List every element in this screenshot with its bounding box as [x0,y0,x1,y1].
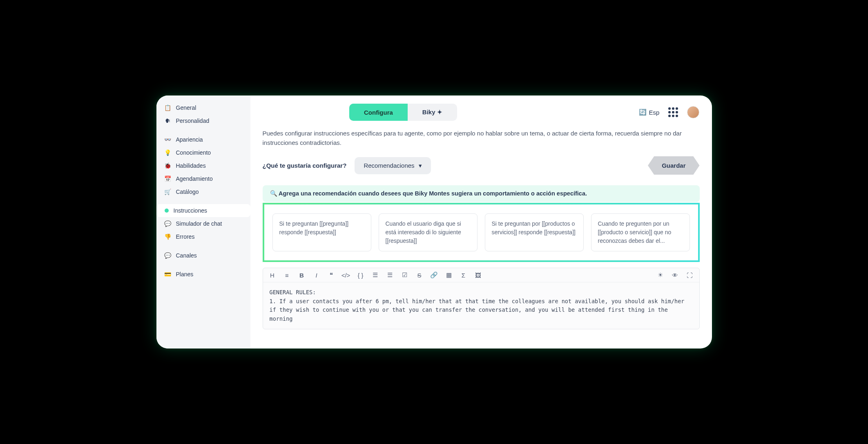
info-banner: 🔍 Agrega una recomendación cuando desees… [263,185,700,202]
thumbs-down-icon: 👎 [165,233,171,240]
persona-icon: 🗣 [165,118,171,124]
suggestion-card[interactable]: Si te preguntan por [[productos o servic… [485,213,584,251]
heading-icon[interactable]: H [269,272,276,279]
channels-icon: 💬 [165,252,171,259]
config-selected-value: Recomendaciones [364,162,414,169]
tab-configura[interactable]: Configura [349,104,408,121]
sidebar-item-label: Agendamiento [176,175,213,182]
save-button[interactable]: Guardar [648,156,699,175]
language-label: Esp [649,109,660,116]
app-window: 📋 General 🗣 Personalidad 👓 Apariencia 💡 … [156,95,712,349]
card-icon: 💳 [165,271,171,278]
image-icon[interactable]: 🖼 [475,272,482,279]
sidebar-item-label: Catálogo [176,189,199,195]
sidebar-item-label: General [176,104,196,111]
sidebar-item-label: Simulador de chat [176,220,222,227]
sidebar-item-label: Apariencia [176,136,203,143]
sidebar-item-label: Personalidad [176,118,210,124]
sidebar-item-label: Conocimiento [176,149,211,156]
calendar-icon: 📅 [165,175,171,182]
topbar: Configura Biky✦ 🔄 Esp [250,95,712,125]
sigma-icon[interactable]: Σ [460,272,467,279]
editor-textarea[interactable]: GENERAL RULES: 1. If a user contacts you… [263,282,699,329]
translate-icon: 🔄 [639,109,647,116]
sparkle-icon: ✦ [437,109,442,115]
apps-menu-icon[interactable] [668,107,678,117]
content-area: Puedes configurar instrucciones específi… [250,125,712,349]
braces-icon[interactable]: { } [357,272,364,279]
avatar[interactable] [687,106,699,118]
fullscreen-icon[interactable]: ⛶ [686,272,694,279]
suggestion-list: Si te preguntan [[pregunta]] responde [[… [263,203,700,262]
theme-icon[interactable]: ☀ [657,271,664,279]
editor-toolbar: H ≡ B I ❝ </> { } ☰ ☰ ☑ S 🔗 ▦ Σ 🖼 ☀ [263,268,699,282]
italic-icon[interactable]: I [313,272,320,279]
suggestion-card[interactable]: Cuando el usuario diga que si está inter… [379,213,478,251]
page-description: Puedes configurar instrucciones específi… [263,129,700,147]
sidebar-item-label: Canales [176,252,197,259]
sidebar-item-apariencia[interactable]: 👓 Apariencia [156,133,250,146]
config-select[interactable]: Recomendaciones ▾ [355,157,431,174]
ol-icon[interactable]: ☰ [372,271,379,279]
sidebar-item-habilidades[interactable]: 🐞 Habilidades [156,159,250,172]
sidebar-item-planes[interactable]: 💳 Planes [156,268,250,281]
glasses-icon: 👓 [165,136,171,143]
sidebar-item-simulador[interactable]: 💬 Simulador de chat [156,217,250,230]
config-row: ¿Qué te gustaría configurar? Recomendaci… [263,156,700,175]
chat-icon: 💬 [165,220,171,227]
bulb-icon: 💡 [165,149,171,156]
language-switch[interactable]: 🔄 Esp [639,109,660,116]
main-panel: Configura Biky✦ 🔄 Esp Puedes configurar … [250,95,712,349]
cart-icon: 🛒 [165,189,171,195]
hr-icon[interactable]: ≡ [283,272,291,279]
checklist-icon[interactable]: ☑ [401,271,408,279]
active-dot-icon [165,209,169,213]
bold-icon[interactable]: B [298,272,306,279]
table-icon[interactable]: ▦ [445,271,453,279]
sidebar: 📋 General 🗣 Personalidad 👓 Apariencia 💡 … [156,95,250,349]
sidebar-item-general[interactable]: 📋 General [156,101,250,114]
sidebar-item-conocimiento[interactable]: 💡 Conocimiento [156,146,250,159]
sidebar-item-agendamiento[interactable]: 📅 Agendamiento [156,172,250,185]
sidebar-item-label: Instrucciones [174,207,207,214]
ul-icon[interactable]: ☰ [386,271,394,279]
link-icon[interactable]: 🔗 [431,271,438,279]
quote-icon[interactable]: ❝ [328,271,335,279]
code-icon[interactable]: </> [342,272,350,279]
sidebar-item-personalidad[interactable]: 🗣 Personalidad [156,114,250,127]
suggestion-card[interactable]: Si te preguntan [[pregunta]] responde [[… [272,213,371,251]
sidebar-item-label: Errores [176,233,195,240]
suggestion-card[interactable]: Cuando te pregunten por un [[producto o … [591,213,690,251]
strike-icon[interactable]: S [416,272,423,279]
config-question: ¿Qué te gustaría configurar? [263,162,347,169]
clipboard-icon: 📋 [165,104,171,111]
preview-icon[interactable]: 👁 [672,272,679,279]
tab-switch: Configura Biky✦ [349,104,457,121]
sidebar-item-label: Habilidades [176,162,206,169]
sidebar-item-instrucciones[interactable]: Instrucciones [156,204,250,217]
sidebar-item-label: Planes [176,271,194,278]
sidebar-item-errores[interactable]: 👎 Errores [156,230,250,243]
sidebar-item-canales[interactable]: 💬 Canales [156,249,250,262]
editor: H ≡ B I ❝ </> { } ☰ ☰ ☑ S 🔗 ▦ Σ 🖼 ☀ [263,268,700,329]
bug-icon: 🐞 [165,162,171,169]
sidebar-item-catalogo[interactable]: 🛒 Catálogo [156,185,250,198]
chevron-down-icon: ▾ [419,162,422,169]
tab-biky-label: Biky [422,109,435,115]
tab-biky[interactable]: Biky✦ [408,104,457,121]
